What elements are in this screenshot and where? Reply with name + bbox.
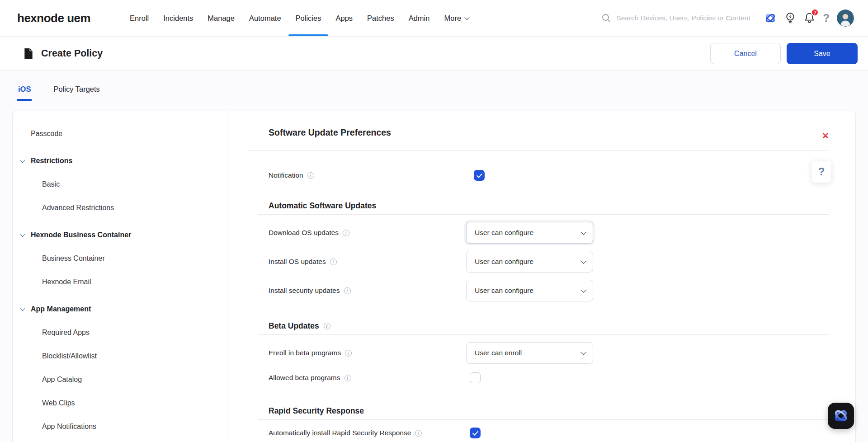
install-security-updates-select[interactable]: User can configure [466,280,593,301]
row-label: Download OS updates [269,229,339,237]
policy-content: Software Update Preferences ✕ ? Notifica… [227,111,855,442]
info-icon[interactable]: i [344,287,351,294]
chevron-down-icon [20,306,25,311]
notification-row: Notificationi [269,169,829,181]
install-os-updates-row: Install OS updatesi User can configure [269,251,829,273]
cancel-button[interactable]: Cancel [710,43,781,64]
platform-tabs: iOS Policy Targets [17,71,101,101]
sidebar-item-app-management[interactable]: App Management [13,297,227,321]
enroll-beta-programs-row: Enroll in beta programsi User can enroll [269,342,829,364]
notifications-bell-icon[interactable]: 7 [803,12,816,24]
policy-document-icon [24,48,33,60]
divider [258,419,829,420]
sidebar-item-hexnode-business-container[interactable]: Hexnode Business Container [13,223,227,247]
info-icon[interactable]: i [344,375,351,381]
section-title: Software Update Preferences [269,127,391,138]
policy-panel: Passcode Restrictions Basic Advanced Res… [12,111,856,442]
help-icon[interactable]: ? [823,13,830,24]
genie-floating-button[interactable] [828,403,854,429]
sidebar-item-web-clips[interactable]: Web Clips [13,391,227,415]
divider [258,214,829,215]
row-label: Enroll in beta programs [269,349,341,357]
row-label: Allowed beta programs [269,374,340,382]
search-input[interactable] [616,14,752,22]
policy-sidebar: Passcode Restrictions Basic Advanced Res… [13,111,227,442]
nav-item-automate[interactable]: Automate [249,0,281,36]
nav-item-manage[interactable]: Manage [208,0,235,36]
tab-policy-targets[interactable]: Policy Targets [52,71,100,101]
tips-bulb-icon[interactable] [784,12,796,24]
info-icon[interactable]: i [324,323,330,329]
chevron-down-icon [464,15,469,20]
row-label: Automatically install Rapid Security Res… [269,429,411,437]
info-icon[interactable]: i [343,230,349,236]
sidebar-item-app-catalog[interactable]: App Catalog [13,368,227,391]
sidebar-item-required-apps[interactable]: Required Apps [13,321,227,344]
divider [248,150,829,150]
row-label: Install OS updates [269,258,326,266]
page-header-bar: Create Policy Cancel Save [0,36,868,71]
section-heading: Rapid Security Response [269,406,829,416]
global-search [601,13,752,23]
sidebar-item-app-configurations[interactable]: App Configurations [13,438,227,442]
tab-ios[interactable]: iOS [17,71,32,101]
divider [258,334,829,335]
topbar-icon-cluster: 7 ? [764,9,854,27]
nav-item-incidents[interactable]: Incidents [163,0,193,36]
chevron-down-icon [580,287,586,293]
nav-item-apps[interactable]: Apps [335,0,353,36]
allowed-beta-programs-row: Allowed beta programsi [269,372,829,384]
page-title: Create Policy [41,48,103,59]
notification-badge: 7 [811,9,819,16]
auto-install-rsr-checkbox[interactable] [470,428,481,438]
chevron-down-icon [580,258,586,264]
chevron-down-icon [20,158,25,163]
row-label: Notification [269,171,303,179]
info-icon[interactable]: i [345,350,352,357]
nav-item-policies[interactable]: Policies [296,0,321,36]
allowed-beta-programs-checkbox[interactable] [470,372,481,383]
install-os-updates-select[interactable]: User can configure [466,251,593,273]
sidebar-item-advanced-restrictions[interactable]: Advanced Restrictions [13,196,227,220]
download-os-updates-row: Download OS updatesi User can configure [269,222,829,244]
close-icon[interactable]: ✕ [822,132,829,140]
chevron-down-icon [580,349,586,355]
download-os-updates-select[interactable]: User can configure [466,222,593,244]
save-button[interactable]: Save [787,43,858,64]
sidebar-item-business-container[interactable]: Business Container [13,247,227,270]
user-avatar[interactable] [837,9,854,27]
info-icon[interactable]: i [330,259,337,265]
info-icon[interactable]: i [307,172,314,179]
sidebar-item-basic[interactable]: Basic [13,173,227,196]
main-nav: Enroll Incidents Manage Automate Policie… [130,0,469,36]
sidebar-item-passcode[interactable]: Passcode [13,122,227,146]
sidebar-item-app-notifications[interactable]: App Notifications [13,415,227,438]
help-floating-button[interactable]: ? [811,161,831,183]
row-label: Install security updates [269,287,340,295]
nav-item-admin[interactable]: Admin [409,0,430,36]
header-actions: Cancel Save [710,43,858,64]
nav-item-more[interactable]: More [444,0,469,36]
sidebar-item-restrictions[interactable]: Restrictions [13,149,227,173]
section-heading: Automatic Software Updates [269,201,829,211]
search-icon [601,13,611,23]
notification-checkbox[interactable] [474,170,485,181]
top-navigation-bar: hexnode uem Enroll Incidents Manage Auto… [0,0,868,36]
genie-knot-icon [832,407,849,424]
info-icon[interactable]: i [415,430,422,437]
chevron-down-icon [20,232,25,237]
hexnode-logo[interactable]: hexnode uem [17,11,90,25]
nav-item-enroll[interactable]: Enroll [130,0,149,36]
chevron-down-icon [580,229,586,235]
nav-item-patches[interactable]: Patches [367,0,394,36]
sidebar-item-hexnode-email[interactable]: Hexnode Email [13,270,227,294]
install-security-updates-row: Install security updatesi User can confi… [269,280,829,301]
auto-install-rsr-row: Automatically install Rapid Security Res… [269,427,829,439]
enroll-beta-programs-select[interactable]: User can enroll [466,342,593,364]
section-heading: Beta Updatesi [269,321,829,331]
sidebar-item-blocklist-allowlist[interactable]: Blocklist/Allowlist [13,344,227,368]
genie-icon[interactable] [764,11,777,25]
